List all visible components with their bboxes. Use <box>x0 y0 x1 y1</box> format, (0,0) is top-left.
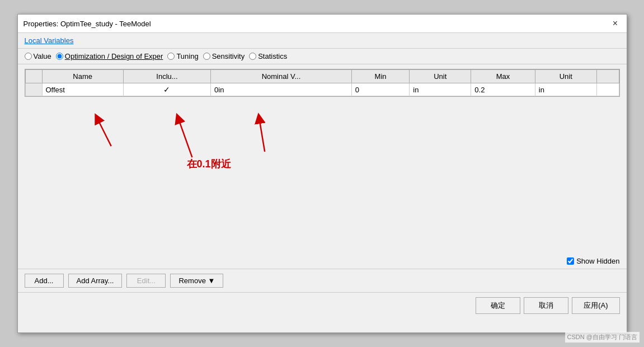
local-vars-bar: Local Variables <box>18 33 627 49</box>
show-hidden-checkbox[interactable] <box>567 257 574 265</box>
radio-statistics-label: Statistics <box>258 52 287 60</box>
show-hidden-area: Show Hidden <box>18 254 627 269</box>
cell-unit-max: in <box>535 83 596 96</box>
show-hidden-label[interactable]: Show Hidden <box>567 257 619 265</box>
apply-button[interactable]: 应用(A) <box>572 297 619 314</box>
col-header-unit-max: Unit <box>535 70 596 83</box>
cell-nominal[interactable]: 0in <box>211 83 352 96</box>
radio-opt-input[interactable] <box>56 53 63 60</box>
col-header-min: Min <box>351 70 409 83</box>
action-buttons-bar: Add... Add Array... Edit... Remove ▼ <box>18 269 627 292</box>
radio-sensitivity-item[interactable]: Sensitivity <box>203 52 245 60</box>
cell-name[interactable]: Offest <box>42 83 123 96</box>
radio-tuning-input[interactable] <box>167 53 175 60</box>
col-header-unit-min: Unit <box>410 70 471 83</box>
radio-value-item[interactable]: Value <box>25 52 51 60</box>
annotation-area: 在0.1附近 <box>25 101 620 247</box>
col-header-nominal: Nominal V... <box>211 70 352 83</box>
radio-sensitivity-input[interactable] <box>203 53 210 60</box>
col-header-name: Name <box>42 70 123 83</box>
properties-dialog: Properties: OptimTee_study - TeeModel × … <box>17 14 627 333</box>
dialog-title: Properties: OptimTee_study - TeeModel <box>23 20 151 28</box>
cell-unit-min: in <box>410 83 471 96</box>
annotation-text: 在0.1附近 <box>187 157 231 171</box>
radio-opt-label: Optimization / Design of Exper <box>65 52 163 60</box>
title-bar: Properties: OptimTee_study - TeeModel × <box>18 15 627 33</box>
table-row[interactable]: Offest ✓ 0in 0 in 0.2 in <box>25 83 619 96</box>
radio-sensitivity-label: Sensitivity <box>212 52 245 60</box>
svg-line-0 <box>97 118 111 146</box>
edit-button[interactable]: Edit... <box>126 274 166 288</box>
col-header-max: Max <box>471 70 535 83</box>
variables-table: Name Inclu... Nominal V... Min Unit Max … <box>25 69 619 96</box>
radio-statistics-input[interactable] <box>249 53 256 60</box>
radio-value-input[interactable] <box>25 53 32 60</box>
content-area: Name Inclu... Nominal V... Min Unit Max … <box>18 64 627 251</box>
cancel-button[interactable]: 取消 <box>524 297 568 314</box>
bottom-buttons-bar: 确定 取消 应用(A) <box>18 292 627 318</box>
svg-line-1 <box>178 118 192 157</box>
cell-include[interactable]: ✓ <box>123 83 210 96</box>
radio-statistics-item[interactable]: Statistics <box>249 52 287 60</box>
radio-value-label: Value <box>34 52 51 60</box>
watermark: CSDN @自由学习 门语言 <box>565 332 640 343</box>
close-button[interactable]: × <box>610 18 621 29</box>
ok-button[interactable]: 确定 <box>476 297 520 314</box>
cell-max[interactable]: 0.2 <box>471 83 535 96</box>
cell-min[interactable]: 0 <box>351 83 409 96</box>
cell-rownum <box>25 83 42 96</box>
add-button[interactable]: Add... <box>25 274 64 288</box>
remove-button[interactable]: Remove ▼ <box>170 274 223 288</box>
show-hidden-text: Show Hidden <box>576 257 619 265</box>
radio-tuning-item[interactable]: Tuning <box>167 52 198 60</box>
cell-extra <box>596 83 619 96</box>
add-array-button[interactable]: Add Array... <box>68 274 123 288</box>
radio-bar: Value Optimization / Design of Exper Tun… <box>18 49 627 64</box>
radio-opt-item[interactable]: Optimization / Design of Exper <box>56 52 163 60</box>
svg-line-2 <box>259 118 265 152</box>
col-header-rownum <box>25 70 42 83</box>
local-variables-link[interactable]: Local Variables <box>25 36 74 45</box>
variables-table-wrapper: Name Inclu... Nominal V... Min Unit Max … <box>25 69 620 97</box>
radio-tuning-label: Tuning <box>176 52 198 60</box>
col-header-extra <box>596 70 619 83</box>
annotation-arrows <box>25 101 620 247</box>
col-header-include: Inclu... <box>123 70 210 83</box>
